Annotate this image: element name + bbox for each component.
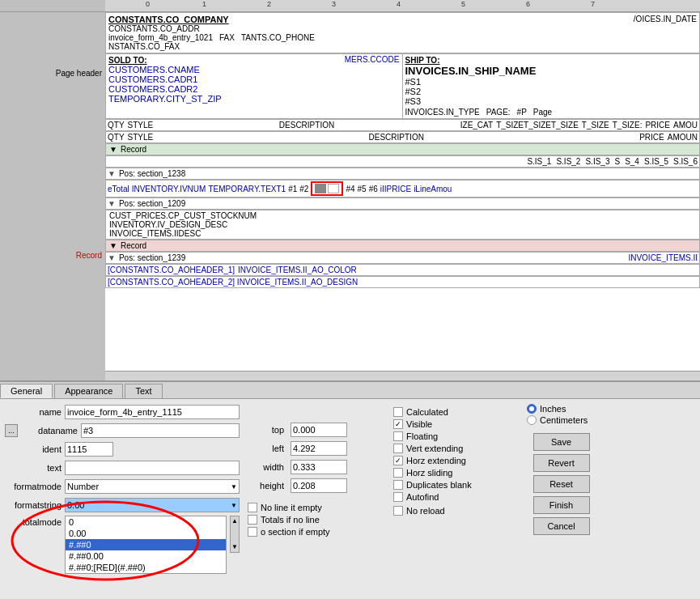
duplicates-blank-checkbox[interactable] [393,480,403,490]
h6: #6 [369,185,378,193]
cancel-button[interactable]: Cancel [533,517,590,535]
horz-sliding-checkbox[interactable] [393,468,403,478]
pos-triangle-1209: ▼ [108,199,116,208]
tab-general[interactable]: General [0,384,53,398]
save-button[interactable]: Save [533,433,590,451]
text-input[interactable] [65,461,240,475]
left-labels: Page header Record [0,12,105,380]
width-input[interactable] [291,460,347,474]
ao-row2: [CONSTANTS.CO_AOHEADER_2] INVOICE_ITEMS.… [105,276,700,288]
text-label: text [5,463,62,473]
height-input[interactable] [291,478,347,493]
tm-item-0[interactable]: 0 [66,516,226,528]
cm-radio[interactable] [527,415,537,425]
revert-button[interactable]: Revert [533,454,590,472]
cm-label: Centimeters [540,415,588,425]
sis-3: S.IS_3 [585,157,609,166]
calculated-checkbox[interactable] [393,407,403,417]
totals-label: Totals if no line [261,515,320,525]
h5: #5 [358,185,367,193]
form-middle: top left width height No [248,422,385,594]
record1-label [0,174,105,186]
pos-section-1209: ▼ Pos: section_1209 [105,198,700,210]
autofind-row: Autofind [393,492,519,502]
dataname-button[interactable]: ... [5,424,18,437]
columns-header2: QTY STYLE DESCRIPTION PRICE AMOUN [105,131,700,143]
etotal: eTotal [108,185,129,193]
page-header-label: Page header [0,24,105,121]
formatstring-value: 0.00 [67,500,84,510]
col-qty1: QTY [108,121,125,130]
tm-item-3[interactable]: #.##0.00 [66,550,226,562]
ident-input[interactable] [65,442,113,457]
scroll-down[interactable]: ▼ [231,542,238,552]
left-input[interactable] [291,441,347,456]
totalmode-label: totalmode [5,516,62,527]
totals-row: Totals if no line [248,515,385,525]
tm-item-4[interactable]: #.##0;[RED](#.##0) [66,562,226,573]
col-tsize3: T_SIZE: [613,121,643,130]
top-input[interactable] [291,423,347,437]
name-input[interactable] [65,405,240,419]
inches-radio[interactable] [527,404,537,414]
data-row-main: eTotal INVENTORY.IVNUM TEMPORARY.TEXT1 #… [105,180,700,198]
sold-ship-row: SOLD TO: MERS.CCODE CUSTOMERS.CNAME CUST… [105,53,700,119]
totals-checkbox[interactable] [248,515,257,525]
pos-label-1239: Pos: section_1239 [119,253,185,262]
company-addr: CONSTANTS.CO_ADDR [108,24,315,33]
no-section-row: o section if empty [248,527,385,537]
vert-extending-checkbox[interactable] [393,444,403,453]
no-reload-label: No reload [406,506,445,516]
horizontal-scrollbar[interactable] [105,371,700,380]
city: TEMPORARY.CITY_ST_ZIP [108,94,400,104]
iiprice: iIIPRICE [380,185,411,193]
record-band1: ▼ Record [105,143,700,155]
page-label: PAGE: [486,108,511,117]
list-scrollbar[interactable]: ▲ ▼ [230,516,240,553]
tab-text[interactable]: Text [125,384,162,398]
ship-to-section: SHIP TO: INVOICES.IN_SHIP_NAME #S1 #S2 #… [403,54,700,118]
totalmode-container: 0 0.00 #.##0 #.##0.00 #.##0;[RED](#.##0) [65,516,227,574]
dataname-label: dataname [21,426,78,435]
visible-checkbox[interactable]: ✓ [393,419,403,429]
form-area: name ... dataname ident text [0,399,700,599]
scroll-up[interactable]: ▲ [231,516,238,526]
sis-2: S.IS_2 [556,157,580,166]
totalmode-list[interactable]: 0 0.00 #.##0 #.##0.00 #.##0;[RED](#.##0) [65,516,227,574]
col-desc2: DESCRIPTION [156,133,636,142]
formatstring-row: formatstring 0.00 ▼ [5,497,240,513]
horz-extending-checkbox[interactable]: ✓ [393,456,403,465]
formatstring-arrow: ▼ [231,502,237,509]
cm-radio-row: Centimeters [527,415,596,425]
hash3b [328,184,339,193]
col-desc1: DESCRIPTION [156,121,457,130]
no-line-checkbox[interactable] [248,503,257,512]
sub-field-2: INVENTORY.IV_DESIGN_DESC [109,220,696,229]
fax-label: FAX [219,33,235,42]
reset-button[interactable]: Reset [533,475,590,493]
record-triangle1: ▼ [109,145,117,154]
tm-item-1[interactable]: 0.00 [66,528,226,539]
tab-appearance[interactable]: Appearance [54,384,123,398]
duplicates-blank-label: Duplicates blank [406,480,472,490]
finish-button[interactable]: Finish [533,496,590,514]
height-row: height [248,478,385,494]
sis-6: S.IS_6 [673,157,698,166]
formatstring-label: formatstring [5,500,62,510]
tm-item-2-selected[interactable]: #.##0 [66,539,226,550]
pos-section-1239: ▼ Pos: section_1239 INVOICE_ITEMS.II [105,252,700,264]
ivnum: INVENTORY.IVNUM [132,185,206,193]
col-size-cat: IZE_CAT [460,121,493,130]
autofind-checkbox[interactable] [393,492,403,502]
dataname-input[interactable] [81,423,240,438]
formatstring-select[interactable]: 0.00 ▼ [65,498,240,512]
h4: #4 [346,185,354,193]
no-section-checkbox[interactable] [248,527,257,537]
floating-checkbox[interactable] [393,431,403,441]
h2: #2 [299,185,308,193]
name-label: name [5,407,62,417]
formatmode-select[interactable]: Number ▼ [65,479,240,494]
no-reload-checkbox[interactable] [393,506,403,516]
visible-label: Visible [406,419,432,429]
horz-extending-label: Horz extending [406,456,466,465]
